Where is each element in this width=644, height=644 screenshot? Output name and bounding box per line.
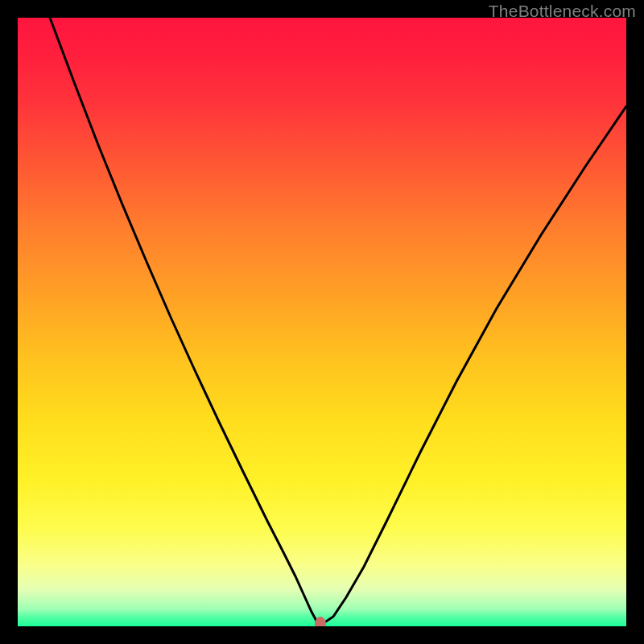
bottleneck-marker: [315, 617, 326, 626]
bottleneck-curve: [50, 18, 626, 623]
curve-svg: [18, 18, 626, 626]
watermark-text: TheBottleneck.com: [489, 2, 636, 21]
plot-area: [18, 18, 626, 626]
chart-frame: TheBottleneck.com: [0, 0, 644, 644]
